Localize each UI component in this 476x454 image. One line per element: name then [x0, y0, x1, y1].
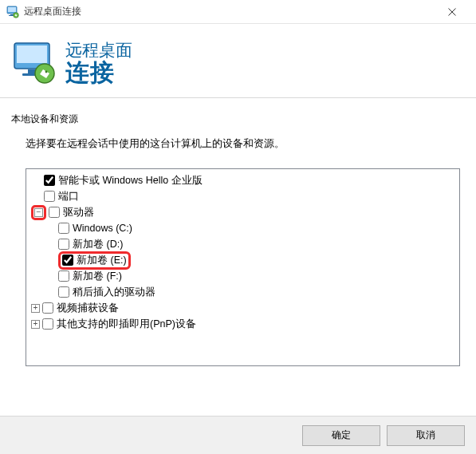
- rdp-large-icon: [11, 40, 57, 86]
- close-icon: [448, 8, 456, 16]
- label-drive-c: Windows (C:): [73, 223, 132, 234]
- group-label: 本地设备和资源: [11, 113, 465, 126]
- svg-rect-8: [17, 45, 47, 63]
- highlight-drive-e: 新加卷 (E:): [58, 251, 131, 270]
- tree-item-drive-d[interactable]: 新加卷 (D:): [28, 236, 458, 252]
- checkbox-drives[interactable]: [49, 207, 60, 218]
- label-drives: 驱动器: [63, 206, 94, 219]
- instruction-text: 选择要在远程会话中使用的这台计算机上的设备和资源。: [26, 137, 460, 151]
- svg-point-12: [45, 71, 48, 73]
- label-ports: 端口: [58, 190, 79, 203]
- expander-pnp[interactable]: +: [31, 320, 40, 329]
- tree-item-pnp-devices[interactable]: + 其他支持的即插即用(PnP)设备: [28, 316, 458, 332]
- ok-button[interactable]: 确定: [302, 425, 380, 446]
- checkbox-later-drives[interactable]: [58, 286, 69, 298]
- header-text: 远程桌面 连接: [65, 41, 132, 85]
- tree-item-later-drives[interactable]: 稍后插入的驱动器: [28, 284, 458, 300]
- checkbox-drive-f[interactable]: [58, 270, 69, 282]
- titlebar: 远程桌面连接: [0, 0, 476, 24]
- tree-item-smart-card[interactable]: 智能卡或 Windows Hello 企业版: [28, 172, 458, 188]
- label-drive-e: 新加卷 (E:): [77, 254, 127, 267]
- checkbox-drive-e[interactable]: [62, 255, 73, 266]
- label-pnp: 其他支持的即插即用(PnP)设备: [57, 318, 196, 331]
- tree-item-video-capture[interactable]: + 视频捕获设备: [28, 300, 458, 316]
- device-tree[interactable]: 智能卡或 Windows Hello 企业版 端口 − 驱动器 Windows …: [26, 168, 460, 366]
- window-title: 远程桌面连接: [24, 5, 435, 18]
- highlight-expander-drives: −: [31, 205, 46, 220]
- checkbox-smart-card[interactable]: [44, 175, 55, 186]
- cancel-button[interactable]: 取消: [387, 425, 465, 446]
- checkbox-video-capture[interactable]: [42, 302, 53, 314]
- svg-rect-1: [8, 7, 16, 12]
- checkbox-pnp[interactable]: [42, 318, 53, 330]
- content-area: 本地设备和资源 选择要在远程会话中使用的这台计算机上的设备和资源。 智能卡或 W…: [0, 98, 476, 366]
- tree-item-drives[interactable]: − 驱动器: [28, 204, 458, 220]
- label-drive-d: 新加卷 (D:): [73, 238, 123, 251]
- label-smart-card: 智能卡或 Windows Hello 企业版: [58, 174, 203, 188]
- tree-item-drive-f[interactable]: 新加卷 (F:): [28, 268, 458, 284]
- tree-item-ports[interactable]: 端口: [28, 188, 458, 204]
- header-title-line2: 连接: [65, 59, 132, 85]
- button-bar: 确定 取消: [0, 416, 476, 454]
- checkbox-drive-c[interactable]: [58, 223, 69, 234]
- header-title-line1: 远程桌面: [65, 41, 132, 59]
- close-button[interactable]: [435, 1, 470, 23]
- tree-item-drive-e[interactable]: 新加卷 (E:): [28, 252, 458, 268]
- checkbox-ports[interactable]: [44, 191, 55, 202]
- expander-drives[interactable]: −: [34, 208, 43, 217]
- expander-video-capture[interactable]: +: [31, 304, 40, 313]
- label-drive-f: 新加卷 (F:): [73, 270, 122, 283]
- checkbox-drive-d[interactable]: [58, 239, 69, 250]
- label-later-drives: 稍后插入的驱动器: [73, 286, 155, 299]
- label-video-capture: 视频捕获设备: [57, 302, 119, 315]
- rdp-icon: [6, 6, 19, 18]
- header-banner: 远程桌面 连接: [0, 24, 476, 98]
- tree-item-drive-c[interactable]: Windows (C:): [28, 220, 458, 236]
